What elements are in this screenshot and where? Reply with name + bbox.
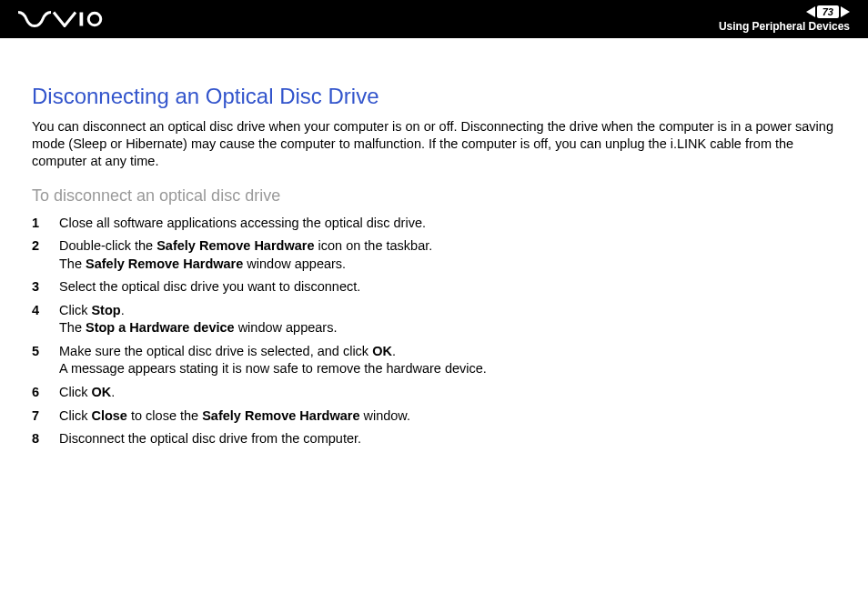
page-number: 73 (817, 5, 839, 18)
step-text: Select the optical disc drive you want t… (59, 278, 836, 296)
step-number: 1 (32, 215, 59, 233)
prev-page-arrow[interactable] (806, 6, 815, 17)
step-number: 4 (32, 302, 59, 337)
step-text: Make sure the optical disc drive is sele… (59, 343, 836, 378)
page-navigation: 73 (806, 5, 850, 18)
step-text: Close all software applications accessin… (59, 215, 836, 233)
step-text: Click OK. (59, 384, 836, 402)
step-number: 6 (32, 384, 59, 402)
page-header: 73 Using Peripheral Devices (0, 0, 868, 38)
svg-point-1 (88, 13, 101, 25)
vaio-logo (18, 11, 114, 27)
procedure-subtitle: To disconnect an optical disc drive (32, 186, 836, 206)
step-number: 3 (32, 278, 59, 296)
step-text: Disconnect the optical disc drive from t… (59, 430, 836, 448)
svg-rect-0 (80, 13, 84, 26)
page-content: Disconnecting an Optical Disc Drive You … (0, 38, 868, 472)
step-item: 6Click OK. (32, 384, 836, 402)
next-page-arrow[interactable] (841, 6, 850, 17)
step-text: Double-click the Safely Remove Hardware … (59, 237, 836, 273)
step-item: 7Click Close to close the Safely Remove … (32, 407, 836, 426)
procedure-steps: 1Close all software applications accessi… (32, 215, 836, 448)
step-number: 7 (32, 407, 59, 426)
section-name: Using Peripheral Devices (719, 20, 850, 33)
step-item: 4Click Stop.The Stop a Hardware device w… (32, 302, 836, 337)
step-number: 2 (32, 237, 59, 273)
step-number: 5 (32, 343, 59, 378)
page-title: Disconnecting an Optical Disc Drive (32, 84, 836, 109)
step-text: Click Close to close the Safely Remove H… (59, 407, 836, 426)
intro-paragraph: You can disconnect an optical disc drive… (32, 118, 836, 170)
step-item: 8Disconnect the optical disc drive from … (32, 430, 836, 448)
step-text: Click Stop.The Stop a Hardware device wi… (59, 302, 836, 337)
step-item: 5Make sure the optical disc drive is sel… (32, 343, 836, 378)
step-item: 3Select the optical disc drive you want … (32, 278, 836, 296)
step-item: 1Close all software applications accessi… (32, 215, 836, 233)
step-item: 2Double-click the Safely Remove Hardware… (32, 237, 836, 273)
step-number: 8 (32, 430, 59, 448)
